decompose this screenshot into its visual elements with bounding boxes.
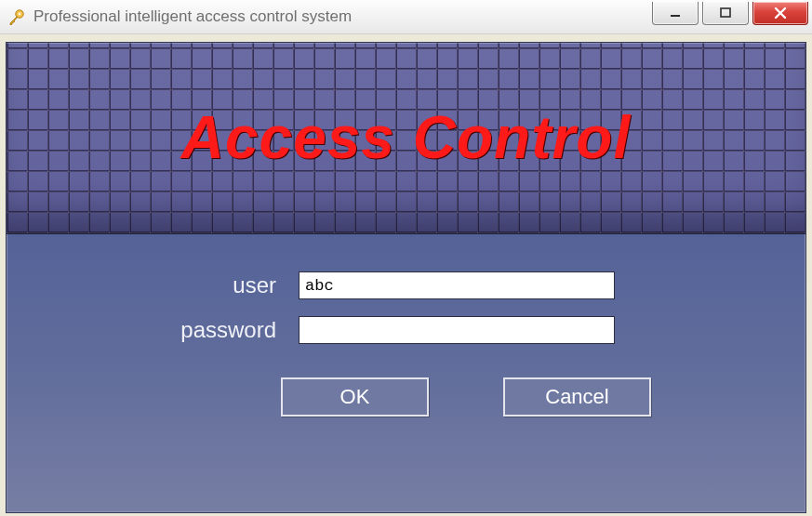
- user-row: user: [7, 271, 805, 299]
- window-buttons: [652, 0, 808, 35]
- user-input[interactable]: [299, 271, 615, 299]
- password-row: password: [7, 316, 805, 344]
- svg-rect-3: [721, 8, 730, 17]
- minimize-button[interactable]: [652, 2, 699, 25]
- maximize-button[interactable]: [702, 2, 749, 25]
- cancel-button[interactable]: Cancel: [503, 377, 651, 417]
- key-icon: [7, 7, 26, 26]
- banner-title: Access Control: [7, 43, 805, 233]
- svg-point-1: [19, 13, 21, 16]
- login-form: user password OK Cancel: [7, 234, 805, 417]
- client-area: Access Control user password OK Cancel: [6, 42, 806, 513]
- password-label: password: [7, 317, 299, 343]
- password-input[interactable]: [299, 316, 615, 344]
- user-label: user: [7, 272, 299, 298]
- window-titlebar: Professional intelligent access control …: [0, 0, 812, 34]
- close-button[interactable]: [752, 2, 808, 25]
- svg-rect-2: [671, 15, 680, 17]
- window-title: Professional intelligent access control …: [33, 7, 352, 26]
- button-row: OK Cancel: [281, 377, 805, 417]
- login-banner: Access Control: [7, 43, 805, 234]
- ok-button[interactable]: OK: [281, 377, 429, 417]
